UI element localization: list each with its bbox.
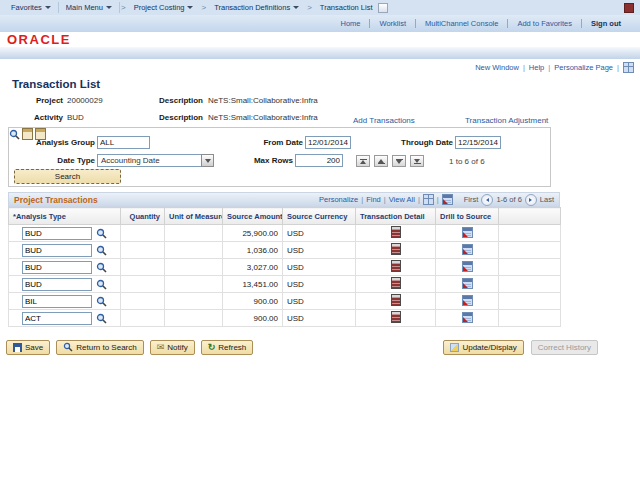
breadcrumb-separator (120, 3, 127, 12)
save-icon (13, 343, 22, 352)
transaction-detail-icon[interactable] (391, 260, 401, 272)
drill-to-source-icon[interactable] (462, 261, 473, 272)
unit-of-measure-cell (165, 293, 223, 310)
date-type-value: Accounting Date (97, 154, 201, 167)
scroll-down-button[interactable] (392, 155, 406, 167)
drill-to-source-icon[interactable] (462, 312, 473, 323)
brand-band: ORACLE (0, 32, 640, 47)
source-currency-cell: USD (283, 276, 356, 293)
source-currency-cell: USD (283, 293, 356, 310)
date-type-label: Date Type (19, 156, 95, 165)
scroll-up-button[interactable] (374, 155, 388, 167)
quantity-cell (121, 310, 165, 327)
lookup-icon[interactable] (96, 245, 107, 256)
lookup-icon[interactable] (96, 228, 107, 239)
chevron-down-icon (293, 6, 299, 9)
save-button[interactable]: Save (6, 340, 50, 355)
page-title: Transaction List (12, 78, 640, 90)
breadcrumb-transaction-definitions[interactable]: Transaction Definitions (207, 3, 306, 12)
analysis-type-input[interactable] (22, 312, 92, 325)
personalize-link[interactable]: Personalize (319, 195, 358, 204)
transaction-detail-icon[interactable] (391, 243, 401, 255)
breadcrumb-favorites-label: Favorites (11, 3, 42, 12)
analysis-type-input[interactable] (22, 227, 92, 240)
analysis-type-input[interactable] (22, 261, 92, 274)
analysis-type-input[interactable] (22, 244, 92, 257)
grid-toolbar: Personalize Find View All First 1-6 of 6… (319, 194, 554, 206)
link-add-to-favorites[interactable]: Add to Favorites (508, 19, 581, 28)
link-sign-out[interactable]: Sign out (582, 19, 630, 28)
http-grid-icon[interactable] (623, 62, 634, 73)
lookup-icon[interactable] (96, 262, 107, 273)
pager-next-icon[interactable] (525, 194, 537, 206)
breadcrumb-transaction-list[interactable]: Transaction List (313, 3, 395, 13)
transactions-table: *Analysis Type Quantity Unit of Measure … (8, 207, 561, 327)
link-home[interactable]: Home (331, 19, 369, 28)
page-grab-icon (378, 3, 388, 13)
transaction-detail-icon[interactable] (391, 277, 401, 289)
breadcrumb-favorites[interactable]: Favorites (4, 3, 58, 12)
drill-to-source-icon[interactable] (462, 278, 473, 289)
analysis-group-input[interactable] (97, 136, 150, 149)
link-new-window[interactable]: New Window (475, 63, 519, 72)
table-row: 900.00 USD (9, 310, 561, 327)
pager-previous-icon[interactable] (481, 194, 493, 206)
quantity-cell (121, 259, 165, 276)
divider (617, 63, 619, 72)
refresh-icon: ↻ (208, 343, 216, 352)
project-value: 20000029 (67, 96, 103, 105)
oracle-logo: ORACLE (7, 33, 71, 46)
analysis-type-input[interactable] (22, 278, 92, 291)
drill-to-source-icon[interactable] (462, 227, 473, 238)
drill-to-source-icon[interactable] (462, 295, 473, 306)
correct-history-button[interactable]: Correct History (531, 340, 598, 355)
source-amount-cell: 25,900.00 (223, 225, 283, 242)
table-header-row: *Analysis Type Quantity Unit of Measure … (9, 208, 561, 225)
unit-of-measure-cell (165, 225, 223, 242)
project-transactions-grid: Project Transactions Personalize Find Vi… (8, 192, 560, 327)
scroll-to-top-button[interactable] (356, 155, 370, 167)
transaction-detail-icon[interactable] (391, 294, 401, 306)
filler-cell (499, 293, 561, 310)
return-to-search-label: Return to Search (76, 343, 136, 352)
zoom-popup-icon[interactable] (423, 194, 434, 205)
through-date-input[interactable] (455, 136, 501, 149)
return-to-search-button[interactable]: Return to Search (56, 340, 143, 355)
transaction-list-page: Favorites Main Menu Project Costing Tran… (0, 0, 640, 480)
link-multichannel-console[interactable]: MultiChannel Console (416, 19, 507, 28)
project-description: NeTS:Small:Collaborative:Infra (208, 96, 318, 105)
find-link[interactable]: Find (366, 195, 381, 204)
analysis-type-input[interactable] (22, 295, 92, 308)
unit-of-measure-cell (165, 310, 223, 327)
source-amount-cell: 1,036.00 (223, 242, 283, 259)
breadcrumb-main-menu[interactable]: Main Menu (59, 3, 119, 12)
max-rows-label: Max Rows (199, 156, 293, 165)
lookup-icon[interactable] (96, 313, 107, 324)
max-rows-input[interactable] (295, 154, 343, 167)
date-type-select[interactable]: Accounting Date (97, 154, 214, 167)
lookup-icon[interactable] (96, 296, 107, 307)
update-display-button[interactable]: Update/Display (443, 340, 523, 355)
drill-to-source-icon[interactable] (462, 244, 473, 255)
transaction-detail-icon[interactable] (391, 226, 401, 238)
scroll-to-bottom-button[interactable] (410, 155, 424, 167)
row-nav-buttons (356, 155, 424, 167)
notify-button[interactable]: ✉ Notify (150, 340, 195, 355)
transactions-body: 25,900.00 USD 1,036.00 USD (9, 225, 561, 327)
download-to-excel-icon[interactable] (442, 194, 453, 205)
link-worklist[interactable]: Worklist (370, 19, 415, 28)
link-personalize-page[interactable]: Personalize Page (554, 63, 613, 72)
unit-of-measure-cell (165, 259, 223, 276)
link-help[interactable]: Help (529, 63, 544, 72)
transaction-detail-icon[interactable] (391, 311, 401, 323)
add-transactions-link[interactable]: Add Transactions (353, 116, 415, 125)
table-row: 13,451.00 USD (9, 276, 561, 293)
search-button[interactable]: Search (14, 169, 121, 184)
view-all-link[interactable]: View All (389, 195, 415, 204)
update-display-icon (450, 343, 459, 352)
transaction-adjustment-link[interactable]: Transaction Adjustment (465, 116, 548, 125)
refresh-button[interactable]: ↻ Refresh (201, 340, 254, 355)
breadcrumb-project-costing[interactable]: Project Costing (127, 3, 201, 12)
lookup-icon[interactable] (96, 279, 107, 290)
save-label: Save (25, 343, 43, 352)
